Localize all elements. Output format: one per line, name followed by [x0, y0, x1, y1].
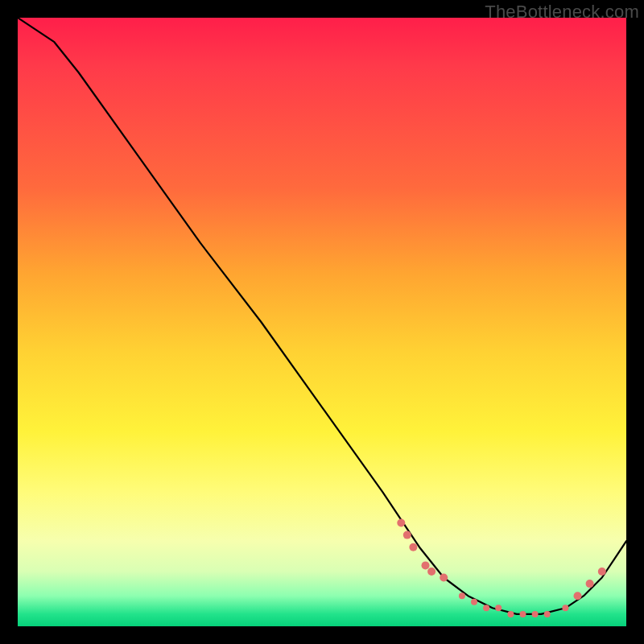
- marker-dot: [397, 519, 405, 527]
- curve-layer: [18, 18, 626, 626]
- marker-dot: [440, 574, 448, 582]
- marker-dot: [427, 568, 436, 576]
- marker-dot: [495, 605, 502, 611]
- marker-dot: [459, 592, 465, 599]
- marker-dot: [403, 531, 411, 539]
- chart-frame: TheBottleneck.com: [0, 0, 644, 644]
- marker-dot: [562, 605, 568, 611]
- plot-area: [18, 18, 626, 626]
- marker-dot: [586, 580, 594, 588]
- marker-dot: [544, 611, 551, 617]
- marker-dot: [483, 605, 489, 611]
- marker-dot: [574, 592, 582, 600]
- bottleneck-curve: [18, 18, 626, 614]
- marker-dot: [471, 599, 477, 605]
- marker-dot: [532, 611, 539, 617]
- marker-dot: [409, 543, 417, 551]
- marker-dot: [520, 611, 526, 617]
- marker-dot: [598, 568, 606, 576]
- marker-dot: [422, 561, 430, 569]
- marker-dot: [507, 611, 514, 617]
